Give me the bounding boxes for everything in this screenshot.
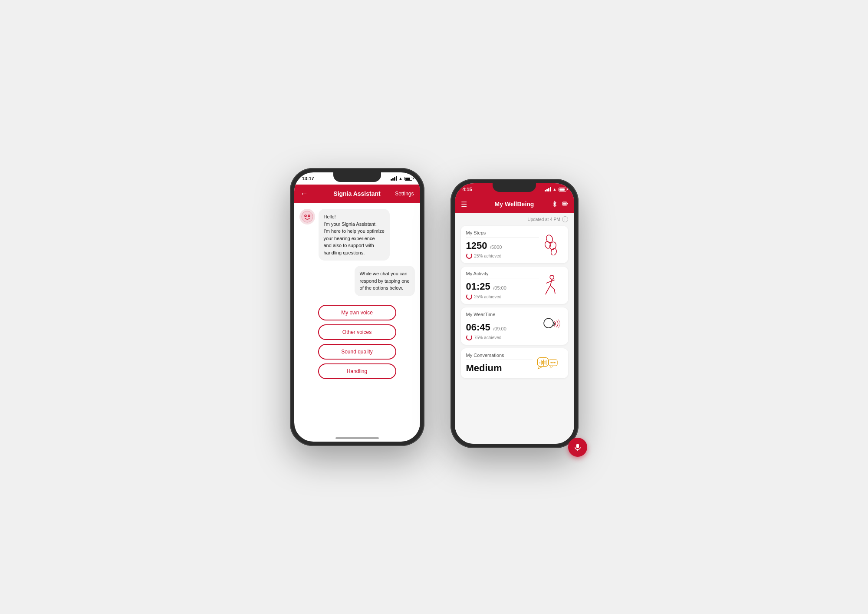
avatar-face-icon (301, 211, 313, 223)
steps-progress-circle (466, 253, 472, 259)
updated-text: Updated at 4 PM (527, 217, 560, 222)
header-title-left: Signia Assistant (333, 190, 380, 197)
activity-progress-text: 25% achieved (474, 294, 502, 299)
chat-area: Hello!I'm your Signia Assistant.I'm here… (294, 203, 420, 302)
steps-denom: /5000 (490, 244, 502, 250)
svg-point-10 (550, 275, 554, 279)
steps-value: 1250 (466, 240, 487, 251)
battery-header-icon (562, 201, 568, 208)
svg-rect-4 (567, 203, 568, 204)
conversations-title: My Conversations (466, 353, 533, 360)
steps-progress-text: 25% achieved (474, 254, 502, 258)
activity-denom: /05:00 (493, 285, 506, 290)
app-header-right: ☰ My WellBeing (455, 195, 574, 213)
time-right: 4:15 (463, 187, 472, 192)
app-header-left: ← Signia Assistant Settings (294, 185, 420, 203)
conversations-value: Medium (466, 363, 533, 374)
battery-icon-right (559, 188, 566, 191)
weartime-card: My WearTime 06:45 /09:00 75% achieved (461, 307, 568, 345)
status-icons-left: ▲ (391, 176, 412, 181)
option-my-own-voice[interactable]: My own voice (318, 305, 396, 320)
menu-button[interactable]: ☰ (461, 200, 467, 208)
weartime-icon (539, 314, 563, 338)
assistant-message: Hello!I'm your Signia Assistant.I'm here… (299, 209, 415, 261)
activity-card: My Activity 01:25 /05:00 25% achieved (461, 267, 568, 304)
wellbeing-content: Updated at 4 PM i My Steps 1250 /5000 25… (455, 213, 574, 444)
bluetooth-icon[interactable] (552, 201, 558, 208)
signal-icon-left (391, 176, 397, 181)
steps-card: My Steps 1250 /5000 25% achieved (461, 226, 568, 263)
chat-text-2: While we chat you canrespond by tapping … (360, 271, 410, 290)
conversations-icon (533, 353, 563, 373)
weartime-progress: 75% achieved (466, 334, 539, 340)
weartime-denom: /09:00 (493, 326, 506, 331)
weartime-progress-text: 75% achieved (474, 335, 502, 340)
option-handling[interactable]: Handling (318, 363, 396, 379)
signal-icon-right (545, 187, 551, 191)
fab-button[interactable] (568, 438, 587, 457)
left-phone: 13:17 ▲ ← Signia Assistan (290, 168, 424, 446)
header-right-icons (552, 201, 568, 208)
svg-point-22 (554, 362, 556, 363)
assistant-avatar (299, 209, 315, 224)
notch-left (333, 172, 381, 182)
back-button[interactable]: ← (300, 189, 308, 198)
weartime-progress-circle (466, 334, 472, 340)
activity-progress: 25% achieved (466, 294, 539, 300)
settings-button[interactable]: Settings (395, 191, 414, 197)
activity-title: My Activity (466, 271, 539, 278)
battery-icon-left (404, 177, 412, 181)
options-area: My own voice Other voices Sound quality … (294, 302, 420, 382)
activity-value: 01:25 (466, 281, 490, 292)
svg-rect-23 (576, 444, 579, 448)
svg-point-9 (550, 248, 558, 255)
svg-point-20 (550, 362, 552, 363)
info-icon[interactable]: i (562, 216, 568, 222)
chat-bubble-1: Hello!I'm your Signia Assistant.I'm here… (319, 209, 390, 261)
svg-rect-12 (537, 357, 548, 366)
option-other-voices[interactable]: Other voices (318, 324, 396, 340)
right-phone: 4:15 ▲ ☰ My WellBeing (450, 179, 579, 448)
activity-icon (539, 274, 563, 297)
status-icons-right: ▲ (545, 187, 566, 191)
activity-progress-circle (466, 294, 472, 300)
svg-point-21 (552, 362, 553, 363)
notch-right (493, 183, 536, 192)
chat-bubble-2: While we chat you canrespond by tapping … (355, 266, 415, 296)
chat-text-1: Hello!I'm your Signia Assistant.I'm here… (324, 214, 385, 255)
steps-progress: 25% achieved (466, 253, 539, 259)
updated-row: Updated at 4 PM i (461, 216, 568, 222)
wifi-icon-right: ▲ (553, 187, 557, 191)
conversations-card: My Conversations Medium (461, 348, 568, 378)
svg-point-11 (544, 318, 553, 328)
steps-icon (539, 233, 563, 257)
steps-title: My Steps (466, 230, 539, 238)
home-indicator-left (335, 437, 379, 439)
wifi-icon-left: ▲ (399, 176, 403, 181)
weartime-value: 06:45 (466, 322, 490, 333)
weartime-title: My WearTime (466, 312, 539, 319)
time-left: 13:17 (302, 176, 314, 181)
option-sound-quality[interactable]: Sound quality (318, 344, 396, 360)
header-title-right: My WellBeing (495, 201, 534, 208)
svg-rect-5 (563, 202, 566, 205)
scene: 13:17 ▲ ← Signia Assistan (290, 166, 579, 448)
mic-icon (574, 443, 582, 451)
svg-point-0 (302, 211, 313, 222)
